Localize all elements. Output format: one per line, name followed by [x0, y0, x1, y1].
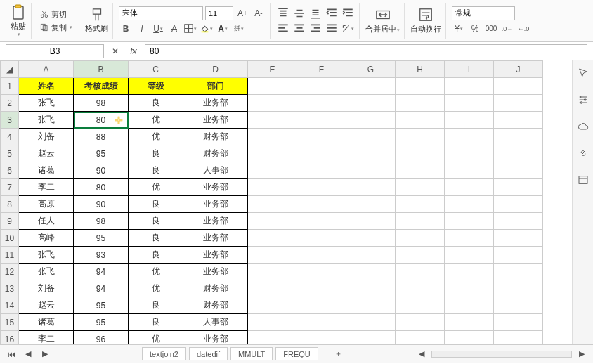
cell[interactable]: 人事部 — [183, 162, 248, 179]
cell[interactable]: 95 — [74, 297, 129, 314]
cell[interactable]: 95 — [74, 314, 129, 331]
cell[interactable] — [297, 78, 346, 95]
cancel-icon[interactable]: ✕ — [108, 44, 122, 58]
cell[interactable]: 赵云 — [19, 297, 74, 314]
cell[interactable] — [396, 179, 445, 196]
cell[interactable] — [494, 162, 543, 179]
align-bottom-icon[interactable] — [308, 6, 322, 20]
cell[interactable]: 良 — [129, 213, 183, 230]
cell[interactable]: 张飞 — [19, 264, 74, 280]
horizontal-scrollbar[interactable] — [431, 351, 572, 358]
cell[interactable] — [297, 112, 346, 129]
cell[interactable]: 高原 — [19, 196, 74, 213]
align-left-icon[interactable] — [276, 22, 290, 36]
cell[interactable]: 良 — [129, 145, 183, 162]
cell[interactable]: 财务部 — [183, 129, 248, 145]
cell[interactable] — [248, 196, 297, 213]
cell[interactable] — [396, 95, 445, 112]
cell[interactable]: 业务部 — [183, 247, 248, 264]
decrease-indent-icon[interactable] — [325, 6, 339, 20]
cell[interactable] — [494, 297, 543, 314]
cell[interactable] — [248, 280, 297, 297]
cell[interactable] — [346, 314, 396, 331]
cell[interactable]: 任人 — [19, 213, 74, 230]
fx-icon[interactable]: fx — [126, 44, 141, 58]
cell[interactable] — [346, 95, 396, 112]
cell[interactable] — [494, 264, 543, 280]
cell[interactable] — [346, 331, 396, 345]
cell[interactable] — [396, 112, 445, 129]
cell[interactable] — [346, 78, 396, 95]
header-cell[interactable]: 等级 — [129, 78, 183, 95]
cell[interactable] — [297, 230, 346, 247]
formula-input[interactable] — [145, 44, 587, 58]
cell[interactable] — [248, 78, 297, 95]
sheet-tab[interactable]: FREQU — [275, 347, 318, 360]
scroll-left-icon[interactable]: ◀ — [415, 347, 429, 361]
align-top-icon[interactable] — [276, 6, 290, 20]
cell[interactable] — [297, 297, 346, 314]
cell[interactable]: 95 — [74, 145, 129, 162]
comma-icon[interactable]: 000 — [484, 22, 498, 36]
font-name-select[interactable] — [119, 6, 203, 20]
cell[interactable]: 93 — [74, 247, 129, 264]
cell[interactable]: 优 — [129, 280, 183, 297]
cell[interactable]: 业务部 — [183, 196, 248, 213]
increase-font-icon[interactable]: A+ — [235, 6, 249, 20]
cell[interactable] — [248, 112, 297, 129]
percent-icon[interactable]: % — [468, 22, 482, 36]
underline-button[interactable]: U▾ — [151, 22, 165, 36]
cell[interactable]: 优 — [129, 112, 183, 129]
cell[interactable]: 财务部 — [183, 297, 248, 314]
cell[interactable]: 优 — [129, 331, 183, 345]
cell[interactable] — [297, 213, 346, 230]
cell[interactable] — [248, 314, 297, 331]
link-icon[interactable] — [578, 148, 589, 159]
cell[interactable]: 业务部 — [183, 331, 248, 345]
cell[interactable]: 刘备 — [19, 280, 74, 297]
merge-center-button[interactable]: 合并居中▾ — [365, 7, 400, 34]
copy-button[interactable]: 复制▾ — [37, 22, 74, 34]
cut-button[interactable]: 剪切 — [37, 8, 74, 20]
cell[interactable] — [346, 112, 396, 129]
cursor-icon[interactable] — [578, 67, 589, 79]
row-header[interactable]: 15 — [1, 314, 19, 331]
cell[interactable] — [346, 162, 396, 179]
cell[interactable] — [396, 78, 445, 95]
cell[interactable] — [445, 264, 494, 280]
cell[interactable] — [494, 247, 543, 264]
cell[interactable] — [445, 331, 494, 345]
cell[interactable]: 80 — [74, 179, 129, 196]
sheet-tab[interactable]: textjoin2 — [142, 347, 186, 360]
cell[interactable] — [248, 162, 297, 179]
cell[interactable]: 优 — [129, 179, 183, 196]
row-header[interactable]: 5 — [1, 145, 19, 162]
cell[interactable] — [494, 78, 543, 95]
cell[interactable] — [396, 213, 445, 230]
row-header[interactable]: 7 — [1, 179, 19, 196]
cell[interactable] — [297, 264, 346, 280]
cell[interactable] — [396, 230, 445, 247]
cell[interactable] — [396, 280, 445, 297]
cell[interactable] — [297, 331, 346, 345]
cell[interactable] — [248, 247, 297, 264]
cell[interactable] — [494, 230, 543, 247]
cell[interactable] — [494, 179, 543, 196]
sheet-tab[interactable]: MMULT — [230, 347, 273, 360]
cell[interactable] — [396, 247, 445, 264]
cell[interactable]: 李二 — [19, 331, 74, 345]
cell[interactable]: 优 — [129, 264, 183, 280]
increase-decimal-icon[interactable]: .0→ — [500, 22, 514, 36]
cell[interactable]: 业务部 — [183, 264, 248, 280]
sheet-tab[interactable]: datedif — [189, 347, 228, 360]
row-header[interactable]: 9 — [1, 213, 19, 230]
cell[interactable]: 80 — [74, 112, 129, 129]
cell[interactable]: 90 — [74, 162, 129, 179]
col-header[interactable]: G — [346, 61, 396, 78]
cell[interactable] — [396, 297, 445, 314]
cell[interactable] — [297, 162, 346, 179]
tab-nav-prev-icon[interactable]: ◀ — [21, 347, 35, 361]
cell[interactable]: 94 — [74, 264, 129, 280]
cell[interactable] — [445, 297, 494, 314]
decrease-font-icon[interactable]: A- — [252, 6, 266, 20]
